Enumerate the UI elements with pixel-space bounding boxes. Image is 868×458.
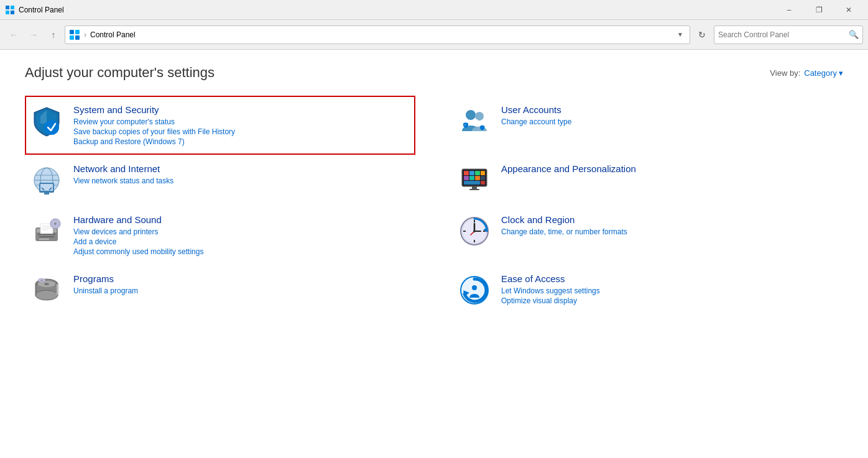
hardware-sound-link-2[interactable]: Add a device [73, 237, 410, 246]
programs-icon [30, 273, 63, 307]
svg-rect-2 [6, 11, 9, 14]
svg-rect-33 [472, 186, 477, 189]
page-header: Adjust your computer's settings View by:… [25, 65, 843, 81]
up-button[interactable]: ↑ [45, 26, 62, 44]
clock-region-content: Clock and Region Change date, time, or n… [501, 214, 838, 236]
svg-rect-34 [469, 189, 479, 190]
svg-rect-4 [70, 30, 74, 34]
system-security-title[interactable]: System and Security [73, 104, 410, 115]
svg-rect-1 [11, 6, 14, 9]
category-system-security[interactable]: System and Security Review your computer… [25, 96, 415, 155]
svg-rect-38 [39, 236, 54, 237]
hardware-sound-title[interactable]: Hardware and Sound [73, 214, 410, 225]
appearance-icon [458, 163, 491, 197]
window-controls: – ❐ ✕ [775, 0, 863, 20]
user-accounts-icon [458, 104, 491, 138]
appearance-content: Appearance and Personalization [501, 163, 838, 176]
svg-rect-6 [70, 35, 74, 40]
programs-title[interactable]: Programs [73, 273, 410, 284]
hardware-sound-content: Hardware and Sound View devices and prin… [73, 214, 410, 256]
svg-rect-27 [464, 176, 469, 180]
svg-point-67 [472, 285, 477, 290]
title-bar: Control Panel – ❐ ✕ [0, 0, 868, 20]
user-accounts-title[interactable]: User Accounts [501, 104, 838, 115]
ease-of-access-content: Ease of Access Let Windows suggest setti… [501, 273, 838, 305]
svg-rect-24 [469, 171, 474, 175]
address-bar[interactable]: › Control Panel ▼ [65, 25, 690, 44]
ease-of-access-title[interactable]: Ease of Access [501, 273, 838, 284]
svg-rect-7 [75, 35, 80, 40]
svg-rect-18 [44, 193, 49, 195]
svg-point-56 [473, 230, 476, 232]
system-security-link-2[interactable]: Save backup copies of your files with Fi… [73, 127, 410, 136]
maximize-button[interactable]: ❐ [805, 0, 833, 20]
svg-rect-31 [464, 181, 480, 185]
category-appearance[interactable]: Appearance and Personalization [453, 155, 843, 206]
ease-of-access-link-2[interactable]: Optimize visual display [501, 296, 838, 305]
minimize-button[interactable]: – [775, 0, 803, 20]
svg-rect-3 [11, 11, 14, 14]
address-bar-icon [69, 29, 80, 40]
refresh-button[interactable]: ↻ [693, 25, 711, 44]
svg-point-10 [475, 112, 484, 121]
forward-button[interactable]: → [25, 26, 42, 44]
back-button[interactable]: ← [5, 26, 22, 44]
view-by-value[interactable]: Category ▾ [804, 68, 843, 78]
appearance-title[interactable]: Appearance and Personalization [501, 163, 838, 174]
view-by-label: View by: [770, 68, 800, 78]
programs-link-1[interactable]: Uninstall a program [73, 286, 410, 295]
address-separator: › [84, 30, 86, 39]
category-hardware-sound[interactable]: Hardware and Sound View devices and prin… [25, 206, 415, 265]
search-bar[interactable]: 🔍 [714, 25, 863, 44]
network-internet-content: Network and Internet View network status… [73, 163, 410, 185]
svg-rect-32 [481, 181, 485, 185]
hardware-sound-link-3[interactable]: Adjust commonly used mobility settings [73, 247, 410, 256]
svg-point-45 [54, 222, 57, 225]
system-security-content: System and Security Review your computer… [73, 104, 410, 146]
svg-rect-25 [475, 171, 480, 175]
view-by: View by: Category ▾ [770, 68, 843, 78]
svg-point-62 [44, 283, 49, 285]
user-accounts-content: User Accounts Change account type [501, 104, 838, 126]
svg-rect-29 [475, 176, 480, 180]
app-icon [5, 5, 15, 15]
address-dropdown[interactable]: ▼ [675, 31, 686, 38]
svg-rect-0 [6, 6, 9, 9]
ease-of-access-icon [458, 273, 491, 307]
category-network-internet[interactable]: Network and Internet View network status… [25, 155, 415, 206]
clock-region-title[interactable]: Clock and Region [501, 214, 838, 225]
svg-point-9 [466, 110, 476, 120]
clock-region-link-1[interactable]: Change date, time, or number formats [501, 227, 838, 236]
category-user-accounts[interactable]: User Accounts Change account type [453, 96, 843, 155]
svg-rect-23 [464, 171, 469, 175]
search-icon[interactable]: 🔍 [849, 30, 859, 39]
svg-rect-5 [75, 30, 80, 34]
hardware-sound-link-1[interactable]: View devices and printers [73, 227, 410, 236]
close-button[interactable]: ✕ [834, 0, 863, 20]
system-security-link-3[interactable]: Backup and Restore (Windows 7) [73, 137, 410, 146]
category-programs[interactable]: Programs Uninstall a program [25, 265, 415, 316]
address-path: Control Panel [90, 30, 671, 39]
svg-rect-26 [481, 171, 485, 175]
page-title: Adjust your computer's settings [25, 65, 215, 81]
ease-of-access-link-1[interactable]: Let Windows suggest settings [501, 286, 838, 295]
window-title: Control Panel [19, 6, 775, 14]
svg-rect-39 [39, 239, 49, 240]
category-ease-of-access[interactable]: Ease of Access Let Windows suggest setti… [453, 265, 843, 316]
network-internet-icon [30, 163, 63, 197]
main-content: Adjust your computer's settings View by:… [0, 50, 868, 458]
svg-rect-17 [40, 184, 53, 191]
network-internet-link-1[interactable]: View network status and tasks [73, 176, 410, 185]
user-accounts-link-1[interactable]: Change account type [501, 117, 838, 126]
category-clock-region[interactable]: Clock and Region Change date, time, or n… [453, 206, 843, 265]
svg-point-60 [35, 290, 58, 300]
system-security-icon [30, 104, 63, 138]
svg-rect-37 [38, 234, 55, 235]
hardware-sound-icon [30, 214, 63, 248]
svg-point-64 [40, 280, 43, 281]
svg-rect-28 [469, 176, 474, 180]
svg-rect-30 [481, 176, 485, 180]
network-internet-title[interactable]: Network and Internet [73, 163, 410, 174]
search-input[interactable] [718, 30, 849, 39]
system-security-link-1[interactable]: Review your computer's status [73, 117, 410, 126]
